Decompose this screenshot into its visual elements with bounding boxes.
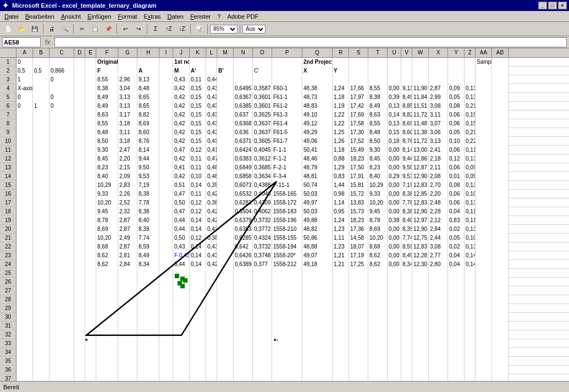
cell-r7-c21[interactable]: 0,14	[388, 111, 401, 119]
cell-r2-c18[interactable]: Y	[333, 67, 349, 75]
cell-r18-c17[interactable]: 50,03	[302, 207, 333, 216]
cell-r32-c26[interactable]	[465, 330, 476, 339]
cell-r35-c7[interactable]	[118, 357, 137, 366]
cell-r19-c4[interactable]	[74, 216, 85, 225]
cell-r28-c22[interactable]	[401, 295, 412, 304]
menu-format[interactable]: Format	[114, 12, 140, 21]
cell-r23-c27[interactable]	[476, 251, 492, 260]
cell-r23-c6[interactable]: 8,62	[96, 251, 118, 260]
cell-r28-c24[interactable]	[429, 295, 448, 304]
col-header-q[interactable]: Q	[302, 48, 333, 57]
cell-r9-c24[interactable]: 3,06	[429, 128, 448, 137]
cell-r25-c1[interactable]	[16, 269, 33, 278]
cell-r8-c20[interactable]: 8,55	[368, 119, 388, 128]
cell-r36-c13[interactable]	[217, 366, 234, 374]
cell-r16-c4[interactable]	[74, 190, 85, 198]
cell-r32-c11[interactable]	[190, 330, 206, 339]
cell-r29-c7[interactable]	[118, 304, 137, 313]
cell-r13-c27[interactable]	[476, 163, 492, 172]
cell-r5-c21[interactable]: 0,39	[388, 93, 401, 102]
cell-r10-c13[interactable]	[217, 137, 234, 146]
minimize-button[interactable]: _	[538, 2, 547, 9]
cell-r6-c5[interactable]	[85, 102, 96, 111]
cell-r27-c18[interactable]	[333, 286, 349, 295]
cell-r16-c16[interactable]: 1558-165	[272, 190, 302, 198]
cell-r28-c27[interactable]	[476, 295, 492, 304]
row-num-8[interactable]: 8	[0, 119, 16, 128]
cell-r26-c8[interactable]	[137, 278, 159, 286]
cell-r11-c13[interactable]	[217, 146, 234, 154]
cell-r23-c24[interactable]: 2,77	[429, 251, 448, 260]
cell-r25-c9[interactable]	[159, 269, 173, 278]
cell-r14-c18[interactable]: 0,83	[333, 172, 349, 181]
cell-r24-c20[interactable]: 8,62	[368, 260, 388, 269]
cell-r18-c28[interactable]	[492, 207, 509, 216]
cell-r29-c9[interactable]	[159, 304, 173, 313]
cell-r15-c10[interactable]: 0,51	[173, 181, 190, 190]
cell-r15-c3[interactable]	[49, 181, 74, 190]
cell-r27-c12[interactable]	[206, 286, 217, 295]
cell-r20-c26[interactable]: 0,13	[465, 225, 476, 234]
cell-r18-c14[interactable]: 0,6504	[234, 207, 253, 216]
cell-r30-c23[interactable]	[412, 313, 429, 322]
cell-r6-c27[interactable]	[476, 102, 492, 111]
cell-r18-c16[interactable]: 1558-183	[272, 207, 302, 216]
cell-r15-c25[interactable]: 0,08	[448, 181, 465, 190]
cell-r2-c25[interactable]	[448, 67, 465, 75]
cell-r33-c14[interactable]	[234, 339, 253, 348]
cell-r8-c5[interactable]	[85, 119, 96, 128]
cell-r29-c26[interactable]	[465, 304, 476, 313]
cell-r12-c26[interactable]: 0,13	[465, 154, 476, 163]
cell-r8-c27[interactable]	[476, 119, 492, 128]
cell-r37-c11[interactable]	[190, 374, 206, 381]
cell-r37-c25[interactable]	[448, 374, 465, 381]
cell-r18-c10[interactable]: 0,47	[173, 207, 190, 216]
cell-r22-c21[interactable]: 0,00	[388, 242, 401, 251]
cell-r1-c2[interactable]	[33, 58, 49, 67]
cell-r28-c1[interactable]	[16, 295, 33, 304]
cell-r36-c28[interactable]	[492, 366, 509, 374]
cell-r29-c4[interactable]	[74, 304, 85, 313]
cell-r14-c6[interactable]: 8,40	[96, 172, 118, 181]
cell-r33-c26[interactable]	[465, 339, 476, 348]
cell-r17-c28[interactable]	[492, 198, 509, 207]
menu-daten[interactable]: Daten	[164, 12, 187, 21]
cell-r4-c23[interactable]: 11,90	[412, 84, 429, 93]
col-header-f[interactable]: F	[96, 48, 118, 57]
cell-r13-c12[interactable]: 0,48	[206, 163, 217, 172]
cell-r28-c14[interactable]	[234, 295, 253, 304]
cell-r34-c3[interactable]	[49, 348, 74, 357]
cell-r13-c16[interactable]: F-2-1	[272, 163, 302, 172]
cell-r14-c21[interactable]: 0,29	[388, 172, 401, 181]
cell-r22-c27[interactable]	[476, 242, 492, 251]
cell-r33-c25[interactable]	[448, 339, 465, 348]
cell-r11-c7[interactable]: 2,47	[118, 146, 137, 154]
cell-r9-c2[interactable]	[33, 128, 49, 137]
cell-r5-c27[interactable]	[476, 93, 492, 102]
cell-r31-c18[interactable]	[333, 322, 349, 330]
row-num-17[interactable]: 17	[0, 198, 16, 207]
cell-r15-c16[interactable]: F-11-1	[272, 181, 302, 190]
row-num-14[interactable]: 14	[0, 172, 16, 181]
cell-r18-c11[interactable]: 0,12	[190, 207, 206, 216]
cell-r22-c26[interactable]: 0,13	[465, 242, 476, 251]
cell-r8-c23[interactable]: 11,48	[412, 119, 429, 128]
menu-fenster[interactable]: Fenster	[187, 12, 214, 21]
cell-r18-c7[interactable]: 2,32	[118, 207, 137, 216]
cell-r16-c5[interactable]	[85, 190, 96, 198]
row-num-31[interactable]: 31	[0, 322, 16, 330]
cell-r7-c10[interactable]: 0,42	[173, 111, 190, 119]
cell-r17-c6[interactable]: 10,20	[96, 198, 118, 207]
cell-r17-c25[interactable]: 0,06	[448, 198, 465, 207]
cell-r24-c24[interactable]: 2,80	[429, 260, 448, 269]
cell-r34-c13[interactable]	[217, 348, 234, 357]
cell-r16-c14[interactable]: 0,6532	[234, 190, 253, 198]
cell-r9-c14[interactable]: 0,636	[234, 128, 253, 137]
cell-r15-c23[interactable]: 12,83	[412, 181, 429, 190]
cell-r21-c20[interactable]: 10,20	[368, 234, 388, 242]
cell-r16-c8[interactable]: 8,38	[137, 190, 159, 198]
cell-r5-c4[interactable]	[74, 93, 85, 102]
cell-r11-c22[interactable]: 8,14	[401, 146, 412, 154]
cell-r30-c19[interactable]	[349, 313, 368, 322]
cell-r6-c8[interactable]: 8,65	[137, 102, 159, 111]
